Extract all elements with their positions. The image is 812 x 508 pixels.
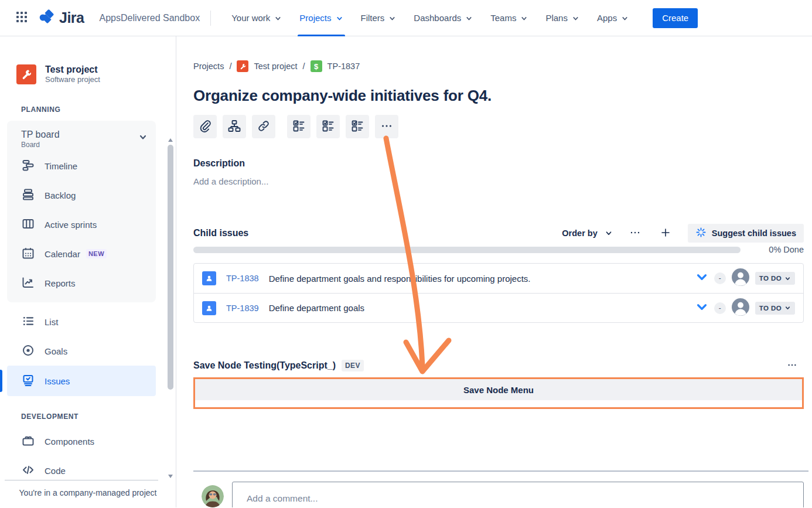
child-issue-row[interactable]: TP-1839 Define department goals - TO DO bbox=[194, 293, 803, 322]
annotation-highlight-box: Save Node Menu bbox=[193, 377, 804, 409]
board-switcher[interactable]: TP board Board bbox=[7, 129, 156, 151]
sidebar-item-active-sprints[interactable]: Active sprints bbox=[7, 210, 156, 239]
add-child-issue-plus-button[interactable] bbox=[657, 225, 674, 241]
breadcrumb-project-link[interactable]: Test project bbox=[254, 62, 297, 71]
child-issue-row[interactable]: TP-1838 Define department goals and resp… bbox=[194, 264, 803, 293]
description-heading: Description bbox=[193, 158, 804, 169]
issue-summary[interactable]: Define department goals and responsibili… bbox=[269, 274, 531, 284]
chevron-down-icon bbox=[465, 15, 473, 22]
status-dropdown[interactable]: TO DO bbox=[755, 302, 795, 315]
save-node-menu-button[interactable]: Save Node Menu bbox=[195, 379, 802, 400]
child-issues-header: Child issues Order by Suggest child issu… bbox=[193, 224, 804, 243]
more-icon bbox=[630, 227, 640, 240]
jira-logo[interactable]: Jira bbox=[37, 8, 84, 28]
project-avatar-icon bbox=[237, 60, 248, 72]
development-section-label: DEVELOPMENT bbox=[21, 412, 176, 421]
priority-icon[interactable] bbox=[695, 301, 708, 316]
calendar-icon bbox=[21, 246, 35, 262]
sidebar-footer: You're in a company-managed project bbox=[0, 480, 176, 507]
attach-button[interactable] bbox=[193, 115, 217, 138]
sidebar-item-backlog[interactable]: Backlog bbox=[7, 180, 156, 210]
comment-section bbox=[193, 479, 804, 507]
app-panel-more-button[interactable] bbox=[784, 357, 800, 374]
add-child-icon bbox=[227, 119, 241, 135]
board-subtitle: Board bbox=[21, 141, 132, 149]
project-name: Test project bbox=[45, 64, 100, 75]
create-button[interactable]: Create bbox=[653, 8, 698, 28]
sidebar-item-reports[interactable]: Reports bbox=[7, 268, 156, 298]
issue-key-link[interactable]: TP-1838 bbox=[226, 274, 259, 283]
breadcrumb-issue-key-link[interactable]: TP-1837 bbox=[327, 62, 360, 71]
sidebar-item-list[interactable]: List bbox=[7, 307, 156, 336]
more-icon bbox=[380, 120, 393, 134]
jira-wordmark: Jira bbox=[59, 9, 84, 26]
dev-badge: DEV bbox=[342, 360, 364, 371]
sidebar-item-timeline[interactable]: Timeline bbox=[7, 151, 156, 180]
checklist-button-2[interactable] bbox=[316, 115, 340, 138]
child-issues-more-button[interactable] bbox=[627, 225, 643, 241]
issue-type-person-icon bbox=[202, 301, 216, 315]
nav-item-plans[interactable]: Plans bbox=[537, 0, 588, 36]
backlog-icon bbox=[21, 187, 35, 203]
comment-divider bbox=[193, 471, 808, 472]
add-child-issue-button[interactable] bbox=[223, 115, 246, 138]
timeline-icon bbox=[21, 158, 35, 174]
nav-divider bbox=[210, 11, 211, 26]
suggest-child-issues-button[interactable]: Suggest child issues bbox=[688, 224, 804, 243]
nav-item-apps[interactable]: Apps bbox=[588, 0, 637, 36]
chevron-down-icon bbox=[784, 275, 791, 282]
scrollbar-thumb[interactable] bbox=[168, 145, 173, 390]
order-by-dropdown[interactable]: Order by bbox=[562, 229, 612, 238]
estimate-badge[interactable]: - bbox=[714, 302, 726, 314]
assignee-avatar[interactable] bbox=[732, 298, 749, 318]
more-icon bbox=[787, 360, 797, 371]
breadcrumb: Projects / Test project / $ TP-1837 bbox=[193, 60, 804, 72]
nav-item-your-work[interactable]: Your work bbox=[223, 0, 291, 36]
checklist-icon bbox=[321, 119, 335, 135]
priority-icon[interactable] bbox=[695, 271, 708, 286]
comment-input[interactable] bbox=[232, 482, 804, 507]
sidebar-item-components[interactable]: Components bbox=[7, 427, 156, 456]
issues-icon bbox=[21, 373, 35, 389]
site-name: AppsDelivered Sandbox bbox=[99, 13, 200, 23]
chevron-down-icon bbox=[572, 15, 579, 22]
board-title: TP board bbox=[21, 129, 132, 141]
assignee-avatar[interactable] bbox=[732, 268, 749, 288]
checklist-button-1[interactable] bbox=[287, 115, 311, 138]
scroll-up-icon[interactable] bbox=[168, 135, 173, 141]
link-issue-button[interactable] bbox=[252, 115, 275, 138]
ai-sparkle-icon bbox=[695, 227, 707, 240]
description-placeholder[interactable]: Add a description... bbox=[193, 176, 804, 186]
app-switcher-button[interactable] bbox=[12, 8, 32, 28]
primary-nav: Your work Projects Filters Dashboards Te… bbox=[223, 0, 637, 36]
project-type: Software project bbox=[45, 75, 100, 84]
sidebar-item-goals[interactable]: Goals bbox=[7, 336, 156, 366]
nav-item-projects[interactable]: Projects bbox=[291, 0, 352, 36]
project-header[interactable]: Test project Software project bbox=[16, 64, 176, 84]
sidebar-item-calendar[interactable]: Calendar NEW bbox=[7, 239, 156, 268]
status-dropdown[interactable]: TO DO bbox=[755, 272, 795, 285]
current-user-avatar bbox=[202, 485, 224, 507]
issue-key-link[interactable]: TP-1839 bbox=[226, 304, 259, 313]
progress-bar bbox=[193, 247, 741, 253]
more-actions-button[interactable] bbox=[375, 115, 398, 138]
nav-item-teams[interactable]: Teams bbox=[482, 0, 537, 36]
issue-type-icon: $ bbox=[311, 60, 322, 72]
issue-title[interactable]: Organize company-wide initiatives for Q4… bbox=[193, 86, 804, 105]
checklist-icon bbox=[350, 119, 364, 135]
attach-icon bbox=[198, 119, 212, 135]
chevron-down-icon[interactable] bbox=[138, 132, 148, 144]
estimate-badge[interactable]: - bbox=[714, 272, 726, 284]
breadcrumb-separator: / bbox=[229, 62, 231, 71]
sidebar-item-issues[interactable]: Issues bbox=[7, 366, 156, 396]
sidebar-scrollbar bbox=[167, 135, 174, 477]
chevron-down-icon bbox=[336, 15, 343, 22]
scroll-down-icon[interactable] bbox=[168, 471, 173, 477]
checklist-button-3[interactable] bbox=[346, 115, 369, 138]
breadcrumb-projects-link[interactable]: Projects bbox=[193, 62, 224, 71]
nav-item-filters[interactable]: Filters bbox=[352, 0, 405, 36]
issue-summary[interactable]: Define department goals bbox=[269, 303, 364, 313]
reports-icon bbox=[21, 275, 35, 291]
issue-detail-pane: Projects / Test project / $ TP-1837 Orga… bbox=[176, 36, 812, 507]
nav-item-dashboards[interactable]: Dashboards bbox=[405, 0, 482, 36]
